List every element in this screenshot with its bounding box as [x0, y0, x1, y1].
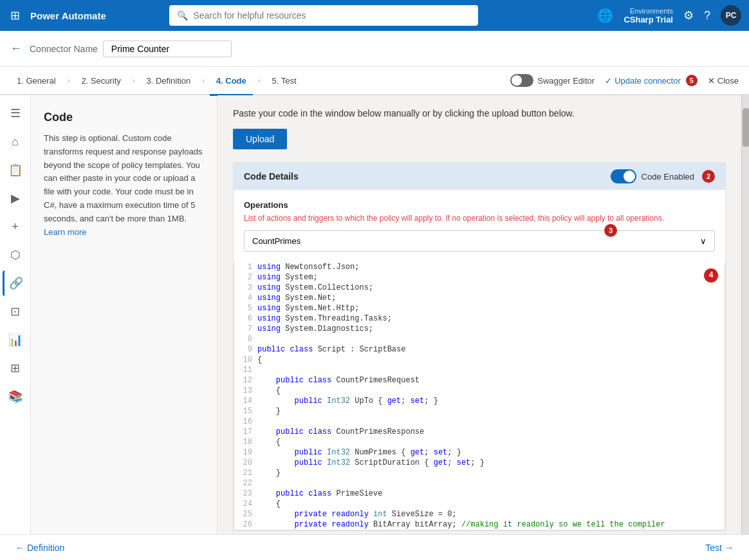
upload-button[interactable]: Upload	[233, 129, 287, 149]
prev-nav-label: Definition	[27, 543, 64, 553]
code-line-9: 9public class Script : ScriptBase	[234, 344, 725, 355]
code-line-1: 1using Newtonsoft.Json;	[234, 262, 725, 272]
learn-more-link[interactable]: Learn more	[44, 227, 86, 237]
code-line-8: 8	[234, 334, 725, 344]
nav-myflows-icon[interactable]: ▶	[3, 185, 28, 211]
topbar: ⊞ Power Automate 🔍 🌐 Environments CSharp…	[0, 0, 749, 31]
code-line-11: 11	[234, 365, 725, 375]
code-line-5: 5using System.Net.Http;	[234, 303, 725, 313]
right-scrollbar[interactable]	[741, 95, 749, 534]
checkmark-icon: ✓	[605, 76, 612, 86]
swagger-editor-toggle[interactable]: Swagger Editor	[510, 74, 595, 87]
code-line-3: 3using System.Collections;	[234, 283, 725, 293]
code-line-6: 6using System.Threading.Tasks;	[234, 313, 725, 324]
code-line-14: 14 public Int32 UpTo { get; set; }	[234, 396, 725, 406]
nav-connectors-icon[interactable]: 🔗	[3, 270, 28, 296]
code-line-16: 16	[234, 416, 725, 427]
nav-templates-icon[interactable]: ⬡	[3, 242, 28, 268]
code-line-26: 26 private readonly BitArray bitArray; /…	[234, 519, 725, 530]
operations-desc: List of actions and triggers to which th…	[244, 214, 715, 223]
update-connector-label: Update connector	[615, 76, 681, 86]
connector-name-input[interactable]: Prime Counter	[103, 41, 232, 57]
code-line-12: 12 public class CountPrimesRequest	[234, 375, 725, 386]
grid-icon[interactable]: ⊞	[8, 6, 23, 25]
code-line-4: 4using System.Net;	[234, 293, 725, 303]
tabs-toolbar: Swagger Editor ✓ Update connector 5 ✕ Cl…	[510, 74, 739, 87]
chevron-icon-4: ›	[258, 77, 261, 84]
environment-block[interactable]: Environments CSharp Trial	[624, 7, 673, 24]
nav-approvals-icon[interactable]: 📋	[3, 157, 28, 183]
code-line-7: 7using System.Diagnostics;	[234, 324, 725, 334]
prev-nav-link[interactable]: ← Definition	[15, 543, 64, 553]
code-line-18: 18 {	[234, 437, 725, 447]
search-box[interactable]: 🔍	[169, 5, 478, 26]
close-icon: ✕	[708, 76, 715, 86]
code-editor[interactable]: 4 1using Newtonsoft.Json; 2using System;…	[234, 262, 725, 530]
tabs-bar: 1. General › 2. Security › 3. Definition…	[0, 67, 749, 95]
code-line-19: 19 public Int32 NumPrimes { get; set; }	[234, 447, 725, 458]
nav-ai-icon[interactable]: ⊡	[3, 299, 28, 324]
dropdown-chevron: ∨	[700, 236, 707, 246]
tab-security[interactable]: 2. Security	[75, 66, 127, 95]
code-line-22: 22	[234, 478, 725, 489]
tab-definition[interactable]: 3. Definition	[140, 66, 197, 95]
connector-header: ← Connector Name Prime Counter	[0, 31, 749, 67]
operations-dropdown[interactable]: CountPrimes ∨	[244, 230, 715, 252]
tab-general[interactable]: 1. General	[10, 66, 62, 95]
environment-name: CSharp Trial	[624, 15, 673, 24]
tab-test[interactable]: 5. Test	[265, 66, 302, 95]
prev-arrow-icon: ←	[15, 543, 24, 553]
help-icon[interactable]: ?	[704, 9, 710, 23]
close-label: Close	[717, 76, 739, 86]
topbar-right: 🌐 Environments CSharp Trial ⚙ ? PC	[597, 5, 741, 26]
operations-section: Operations List of actions and triggers …	[234, 190, 725, 262]
nav-create-icon[interactable]: +	[3, 214, 28, 239]
side-panel-title: Code	[44, 111, 204, 124]
nav-solutions-icon[interactable]: ⊞	[3, 355, 28, 381]
nav-home-icon[interactable]: ⌂	[3, 129, 28, 154]
code-line-10: 10{	[234, 355, 725, 365]
nav-menu-icon[interactable]: ☰	[3, 100, 28, 126]
code-details-section: Code Details Code Enabled 2 Operations L…	[233, 162, 726, 531]
main-layout: ☰ ⌂ 📋 ▶ + ⬡ 🔗 ⊡ 📊 ⊞ 📚 Code This step is …	[0, 95, 749, 534]
main-content: Paste your code in the window below manu…	[217, 95, 741, 534]
update-connector-button[interactable]: ✓ Update connector 5	[605, 75, 698, 86]
tab-code[interactable]: 4. Code 1	[210, 66, 253, 95]
app-title: Power Automate	[30, 10, 106, 21]
swagger-editor-label: Swagger Editor	[537, 76, 595, 86]
close-button[interactable]: ✕ Close	[708, 76, 739, 86]
nav-monitor-icon[interactable]: 📊	[3, 327, 28, 353]
code-enabled-label: Code Enabled	[642, 172, 694, 182]
search-input[interactable]	[193, 10, 470, 21]
avatar[interactable]: PC	[721, 5, 741, 26]
intro-text: Paste your code in the window below manu…	[233, 108, 726, 118]
code-line-2: 2using System;	[234, 272, 725, 283]
connector-name-value: Prime Counter	[111, 44, 169, 54]
code-line-15: 15 }	[234, 406, 725, 416]
swagger-toggle-switch[interactable]	[510, 74, 533, 87]
settings-icon[interactable]: ⚙	[683, 8, 694, 23]
next-nav-label: Test	[705, 543, 722, 553]
code-details-header: Code Details Code Enabled 2	[234, 163, 725, 190]
environments-icon[interactable]: 🌐	[597, 8, 613, 23]
badge-4: 4	[704, 268, 718, 283]
code-line-20: 20 public Int32 ScriptDuration { get; se…	[234, 458, 725, 468]
code-details-title: Code Details	[244, 171, 299, 182]
code-line-25: 25 private readonly int SieveSize = 0;	[234, 509, 725, 519]
next-nav-link[interactable]: Test →	[705, 543, 734, 553]
nav-learn-icon[interactable]: 📚	[3, 384, 28, 409]
chevron-icon-2: ›	[133, 77, 135, 84]
code-line-13: 13 {	[234, 386, 725, 396]
toggle-knob	[512, 75, 522, 86]
side-panel: Code This step is optional. Custom code …	[31, 95, 217, 534]
badge-3: 3	[604, 224, 617, 237]
chevron-icon-1: ›	[68, 77, 70, 84]
badge-2: 2	[702, 170, 715, 183]
code-enabled-toggle[interactable]	[611, 169, 636, 183]
code-line-24: 24 {	[234, 499, 725, 509]
selected-operation: CountPrimes	[252, 236, 301, 246]
operations-desc-text: List of actions and triggers to which th…	[244, 214, 664, 223]
back-button[interactable]: ←	[10, 42, 22, 55]
side-panel-description: This step is optional. Custom code trans…	[44, 132, 204, 239]
operations-label: Operations	[244, 200, 715, 210]
